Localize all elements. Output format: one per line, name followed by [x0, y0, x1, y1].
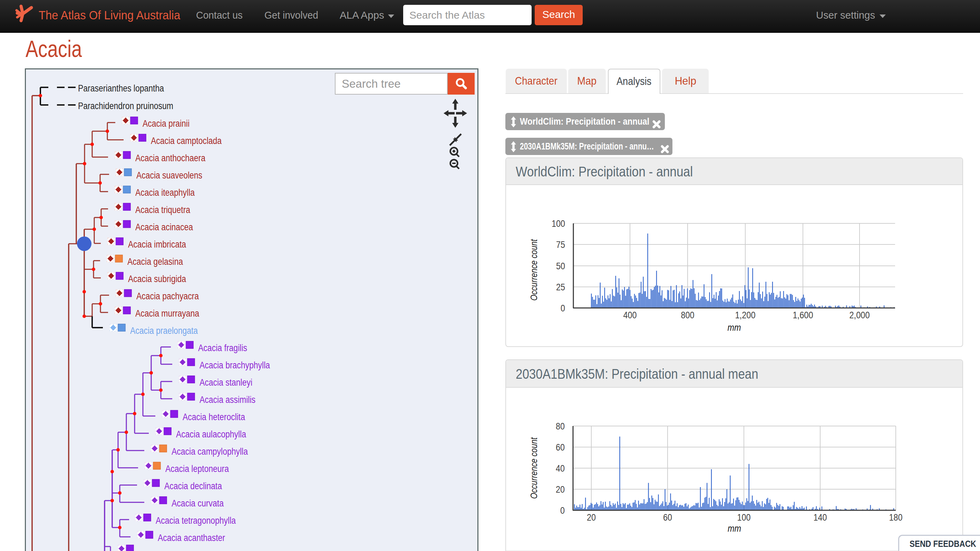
svg-text:0: 0 [560, 505, 565, 516]
svg-text:Acacia subrigida: Acacia subrigida [128, 274, 186, 284]
svg-text:180: 180 [889, 512, 903, 523]
svg-text:Occurrence count: Occurrence count [528, 239, 539, 301]
svg-text:Occurrence count: Occurrence count [528, 437, 539, 499]
svg-text:Acacia anthochaera: Acacia anthochaera [135, 153, 206, 163]
svg-text:40: 40 [556, 463, 565, 474]
svg-text:Acacia leptoneura: Acacia leptoneura [165, 463, 229, 474]
svg-text:Acacia pachyacra: Acacia pachyacra [136, 291, 199, 301]
svg-text:100: 100 [737, 512, 751, 523]
svg-text:Acacia campylophylla: Acacia campylophylla [172, 446, 248, 457]
svg-text:Paraserianthes lopantha: Paraserianthes lopantha [78, 83, 164, 94]
svg-text:400: 400 [624, 310, 637, 320]
svg-text:Acacia brachyphylla: Acacia brachyphylla [199, 360, 270, 370]
svg-text:50: 50 [556, 261, 565, 271]
svg-text:Acacia curvata: Acacia curvata [172, 498, 224, 508]
svg-text:75: 75 [556, 240, 565, 250]
svg-text:Acacia imbricata: Acacia imbricata [128, 239, 186, 250]
svg-text:mm: mm [728, 322, 741, 333]
svg-text:Acacia triquetra: Acacia triquetra [135, 205, 191, 215]
svg-text:20: 20 [587, 512, 596, 523]
svg-text:Acacia iteaphylla: Acacia iteaphylla [135, 188, 195, 198]
svg-text:800: 800 [681, 310, 695, 320]
svg-text:Acacia prainii: Acacia prainii [143, 118, 189, 129]
svg-text:60: 60 [556, 442, 565, 452]
svg-text:100: 100 [552, 218, 565, 229]
svg-text:80: 80 [556, 421, 565, 432]
svg-text:Acacia praelongata: Acacia praelongata [130, 326, 198, 336]
svg-text:1,200: 1,200 [735, 310, 756, 320]
svg-text:Acacia suaveolens: Acacia suaveolens [136, 170, 202, 181]
svg-text:2,000: 2,000 [850, 310, 870, 320]
svg-text:Parachidendron pruinosum: Parachidendron pruinosum [78, 101, 173, 111]
svg-text:20: 20 [556, 484, 565, 495]
svg-text:Acacia gelasina: Acacia gelasina [127, 256, 183, 267]
svg-text:140: 140 [814, 512, 827, 523]
svg-text:Acacia fragilis: Acacia fragilis [198, 343, 247, 353]
svg-text:Acacia declinata: Acacia declinata [164, 481, 222, 491]
svg-text:mm: mm [728, 523, 741, 534]
svg-text:Acacia assimilis: Acacia assimilis [199, 395, 255, 405]
svg-text:1,600: 1,600 [793, 310, 813, 320]
svg-text:Acacia stanleyi: Acacia stanleyi [199, 377, 252, 388]
svg-text:Acacia tetragonophylla: Acacia tetragonophylla [156, 516, 236, 526]
svg-text:Acacia aulacophylla: Acacia aulacophylla [176, 429, 247, 440]
svg-text:60: 60 [663, 512, 672, 523]
svg-text:Acacia camptoclada: Acacia camptoclada [151, 136, 222, 146]
svg-text:Acacia acanthaster: Acacia acanthaster [158, 533, 225, 543]
svg-text:25: 25 [556, 282, 565, 292]
svg-text:Acacia murrayana: Acacia murrayana [135, 308, 199, 318]
svg-text:0: 0 [561, 303, 565, 314]
svg-text:Acacia acinacea: Acacia acinacea [135, 222, 193, 233]
svg-text:Acacia heteroclita: Acacia heteroclita [183, 412, 245, 422]
